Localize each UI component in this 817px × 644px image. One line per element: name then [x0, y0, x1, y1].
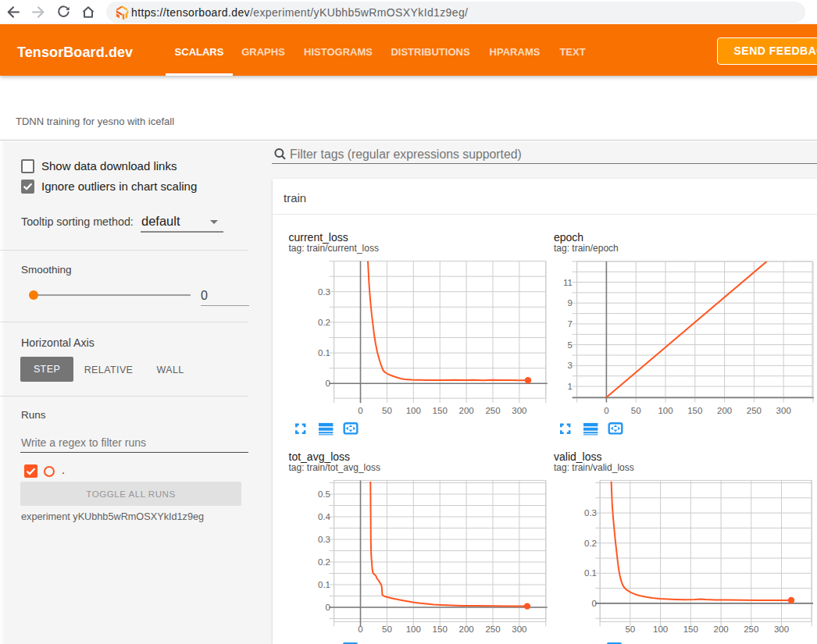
svg-text:150: 150 [433, 406, 448, 415]
svg-text:200: 200 [717, 406, 732, 415]
svg-text:300: 300 [512, 624, 526, 634]
svg-text:50: 50 [382, 406, 392, 415]
svg-text:9: 9 [568, 298, 573, 308]
svg-text:200: 200 [714, 624, 729, 634]
svg-text:50: 50 [631, 406, 641, 415]
svg-text:300: 300 [512, 406, 526, 415]
svg-text:250: 250 [485, 624, 500, 634]
svg-text:100: 100 [406, 624, 421, 634]
svg-text:0.4: 0.4 [318, 512, 331, 521]
svg-text:0: 0 [326, 379, 330, 388]
svg-text:0.3: 0.3 [318, 535, 330, 544]
svg-text:200: 200 [459, 406, 474, 415]
svg-text:0.1: 0.1 [584, 568, 597, 578]
svg-text:0: 0 [326, 603, 330, 612]
svg-text:50: 50 [625, 624, 635, 634]
svg-text:0: 0 [604, 406, 608, 415]
svg-text:0.2: 0.2 [318, 318, 330, 327]
svg-text:5: 5 [568, 340, 573, 350]
svg-text:300: 300 [774, 624, 789, 634]
svg-text:0.1: 0.1 [318, 348, 330, 358]
svg-text:100: 100 [406, 406, 421, 415]
svg-text:3: 3 [568, 361, 573, 370]
svg-text:250: 250 [747, 406, 762, 415]
svg-text:300: 300 [776, 406, 791, 415]
svg-text:150: 150 [687, 406, 702, 415]
svg-text:0: 0 [592, 599, 597, 608]
svg-text:100: 100 [658, 406, 673, 415]
svg-text:0.5: 0.5 [318, 489, 330, 499]
svg-text:0.2: 0.2 [584, 539, 597, 548]
svg-text:0: 0 [358, 624, 362, 634]
svg-text:0: 0 [358, 406, 362, 415]
svg-text:0.1: 0.1 [318, 580, 330, 589]
svg-text:0.3: 0.3 [584, 508, 597, 518]
svg-text:11: 11 [563, 278, 573, 287]
svg-text:250: 250 [485, 406, 500, 415]
svg-text:150: 150 [433, 624, 448, 634]
svg-text:1: 1 [568, 382, 573, 391]
svg-text:200: 200 [459, 624, 474, 634]
svg-text:250: 250 [744, 624, 758, 634]
svg-text:0.2: 0.2 [318, 557, 330, 567]
svg-text:50: 50 [382, 624, 392, 634]
svg-text:0.3: 0.3 [318, 287, 330, 297]
svg-text:7: 7 [568, 319, 573, 329]
svg-text:150: 150 [683, 624, 698, 634]
svg-text:100: 100 [653, 624, 668, 634]
